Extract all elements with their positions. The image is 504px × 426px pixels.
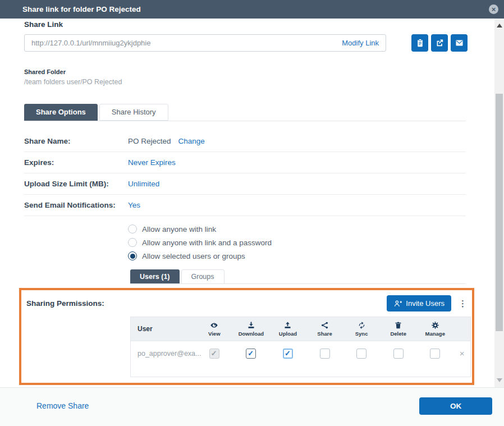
expires-link[interactable]: Never Expires: [128, 158, 176, 167]
scroll-down-arrow[interactable]: [497, 378, 502, 382]
share-link-heading: Share Link: [24, 20, 63, 29]
delete-column-label: Delete: [390, 331, 406, 337]
download-icon: [247, 321, 255, 329]
upload-checkbox[interactable]: [283, 349, 293, 359]
tab-share-options[interactable]: Share Options: [24, 104, 98, 121]
share-url-field[interactable]: http://127.0.0.1/url/mnmiiug2ykjdphie Mo…: [24, 34, 386, 52]
permissions-header-row: Sharing Permissions: Invite Users ⋮: [26, 295, 467, 312]
upload-limit-link[interactable]: Unlimited: [128, 180, 159, 188]
close-icon[interactable]: ×: [489, 4, 498, 14]
tab-share-history[interactable]: Share History: [99, 104, 168, 121]
radio-selected-users[interactable]: [128, 251, 137, 260]
dialog-footer: Remove Share OK: [0, 387, 504, 426]
scroll-up-arrow[interactable]: [497, 24, 502, 28]
radio-allow-password-label: Allow anyone with link and a password: [142, 239, 272, 247]
kebab-menu-icon[interactable]: ⋮: [459, 299, 467, 308]
shared-folder-path: /team folders user/PO Rejected: [24, 78, 122, 86]
copy-link-button[interactable]: [411, 34, 428, 52]
permission-row: po_approver@exa... ×: [131, 341, 470, 365]
share-name-label: Share Name:: [24, 137, 128, 145]
modify-link[interactable]: Modify Link: [342, 39, 379, 47]
sync-checkbox[interactable]: [356, 349, 366, 359]
expires-row: Expires: Never Expires: [24, 152, 466, 173]
manage-column-label: Manage: [425, 331, 445, 337]
radio-row-password: Allow anyone with link and a password: [128, 236, 272, 249]
radio-row-selected-users: Allow selected users or groups: [128, 249, 272, 263]
user-column-header: User: [131, 317, 196, 341]
upload-column-label: Upload: [279, 331, 297, 337]
envelope-icon: [455, 38, 464, 48]
trash-icon: [394, 321, 402, 329]
share-link-row: http://127.0.0.1/url/mnmiiug2ykjdphie Mo…: [24, 34, 468, 52]
expires-label: Expires:: [24, 158, 128, 167]
invite-users-button[interactable]: Invite Users: [387, 295, 451, 312]
access-options: Allow anyone with link Allow anyone with…: [128, 222, 272, 263]
external-link-icon: [435, 38, 445, 48]
manage-column-header: Manage: [416, 317, 453, 341]
clipboard-icon: [415, 38, 425, 48]
view-checkbox: [209, 349, 219, 359]
email-notifications-label: Send Email Notifications:: [24, 201, 128, 209]
sync-column-label: Sync: [355, 331, 368, 337]
remove-user-icon[interactable]: ×: [453, 349, 470, 358]
header-spacer: [453, 317, 470, 341]
view-column-label: View: [208, 331, 220, 337]
tabs-divider: [24, 121, 466, 121]
person-plus-icon: [393, 299, 402, 308]
scrollbar-thumb[interactable]: [496, 94, 503, 331]
permissions-table: User View Download: [130, 317, 471, 377]
share-checkbox[interactable]: [320, 349, 330, 359]
email-notifications-link[interactable]: Yes: [128, 201, 140, 209]
eye-icon: [210, 321, 218, 329]
share-column-label: Share: [317, 331, 332, 337]
download-checkbox[interactable]: [246, 349, 256, 359]
shared-folder-label: Shared Folder: [24, 68, 122, 75]
dialog-titlebar: Share link for folder PO Rejected ×: [0, 0, 504, 19]
radio-selected-users-label: Allow selected users or groups: [142, 252, 245, 260]
radio-allow-anyone[interactable]: [128, 225, 137, 233]
share-name-value: PO Rejected: [128, 137, 171, 145]
invite-users-label: Invite Users: [406, 299, 445, 308]
open-link-button[interactable]: [431, 34, 448, 52]
scrollbar[interactable]: [494, 19, 504, 387]
gear-icon: [431, 321, 439, 329]
tab-users[interactable]: Users (1): [130, 269, 180, 284]
sharing-permissions-heading: Sharing Permissions:: [26, 299, 104, 308]
change-name-link[interactable]: Change: [178, 137, 205, 145]
share-settings: Share Name: PO Rejected Change Expires: …: [24, 131, 466, 216]
download-column-label: Download: [239, 331, 264, 337]
view-column-header: View: [196, 317, 233, 341]
manage-checkbox[interactable]: [430, 349, 440, 359]
upload-limit-label: Upload Size Limit (MB):: [24, 180, 128, 188]
share-column-header: Share: [306, 317, 343, 341]
tab-groups[interactable]: Groups: [181, 269, 224, 284]
delete-column-header: Delete: [380, 317, 417, 341]
remove-share-link[interactable]: Remove Share: [36, 401, 89, 410]
share-name-row: Share Name: PO Rejected Change: [24, 131, 466, 152]
permissions-actions: Invite Users ⋮: [387, 295, 467, 312]
sync-icon: [358, 321, 366, 329]
delete-checkbox[interactable]: [393, 349, 404, 359]
link-action-buttons: [411, 34, 468, 52]
share-url-text: http://127.0.0.1/url/mnmiiug2ykjdphie: [31, 39, 150, 47]
share-icon: [320, 321, 329, 329]
upload-icon: [283, 321, 292, 329]
dialog-title: Share link for folder PO Rejected: [0, 5, 141, 13]
email-notifications-row: Send Email Notifications: Yes: [24, 195, 466, 216]
radio-allow-password[interactable]: [128, 238, 137, 247]
ok-button[interactable]: OK: [419, 397, 492, 415]
user-tabs-divider: [130, 283, 466, 284]
user-group-tabs: Users (1) Groups: [130, 269, 224, 284]
radio-row-anyone: Allow anyone with link: [128, 222, 272, 236]
upload-column-header: Upload: [269, 317, 306, 341]
permissions-table-header: User View Download: [131, 317, 470, 341]
upload-limit-row: Upload Size Limit (MB): Unlimited: [24, 173, 466, 195]
share-dialog: Share link for folder PO Rejected × Shar…: [0, 0, 504, 426]
email-link-button[interactable]: [451, 34, 468, 52]
shared-folder-info: Shared Folder /team folders user/PO Reje…: [24, 68, 122, 86]
user-email: po_approver@exa...: [131, 350, 196, 358]
sharing-permissions-section: Sharing Permissions: Invite Users ⋮: [19, 288, 474, 385]
dialog-body: Share Link http://127.0.0.1/url/mnmiiug2…: [0, 19, 494, 387]
sync-column-header: Sync: [343, 317, 380, 341]
download-column-header: Download: [233, 317, 270, 341]
